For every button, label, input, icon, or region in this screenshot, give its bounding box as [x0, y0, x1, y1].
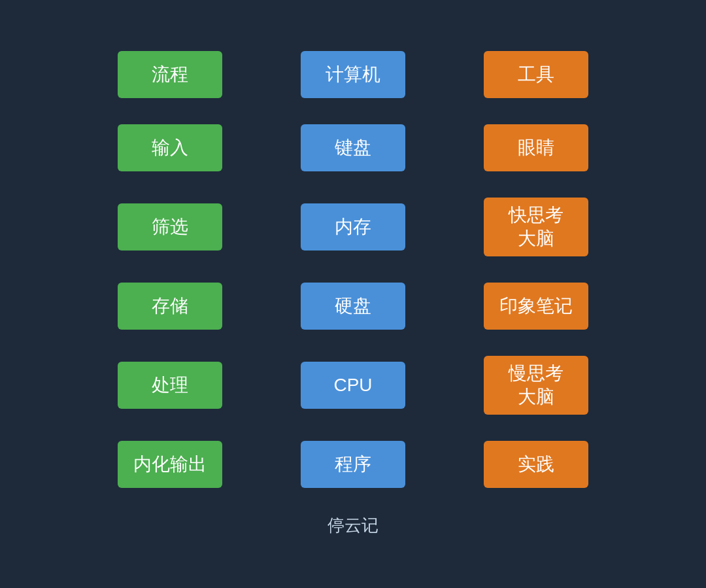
card-chengxu: 程序: [301, 441, 405, 488]
card-kuaisikaodanao: 快思考大脑: [484, 198, 588, 256]
card-shuru: 输入: [118, 124, 222, 171]
card-liucheng: 流程: [118, 51, 222, 98]
card-mansikaodanao: 慢思考大脑: [484, 356, 588, 415]
card-cunchu: 存储: [118, 283, 222, 330]
card-yanjing: 眼睛: [484, 124, 588, 171]
card-chuli: 处理: [118, 362, 222, 409]
card-shijian: 实践: [484, 441, 588, 488]
main-grid: 流程 计算机 工具 输入 键盘 眼睛 筛选 内存 快思考大脑 存储 硬盘 印象笔…: [118, 51, 588, 488]
card-gongju: 工具: [484, 51, 588, 98]
footer-text: 停云记: [328, 514, 378, 537]
card-neihuashuchu: 内化输出: [118, 441, 222, 488]
card-yingpan: 硬盘: [301, 283, 405, 330]
card-shaixuan: 筛选: [118, 203, 222, 251]
card-neicun: 内存: [301, 203, 405, 251]
card-jisuanji: 计算机: [301, 51, 405, 98]
card-yinxiangbiji: 印象笔记: [484, 283, 588, 330]
card-cpu: CPU: [301, 362, 405, 409]
card-jianpan: 键盘: [301, 124, 405, 171]
